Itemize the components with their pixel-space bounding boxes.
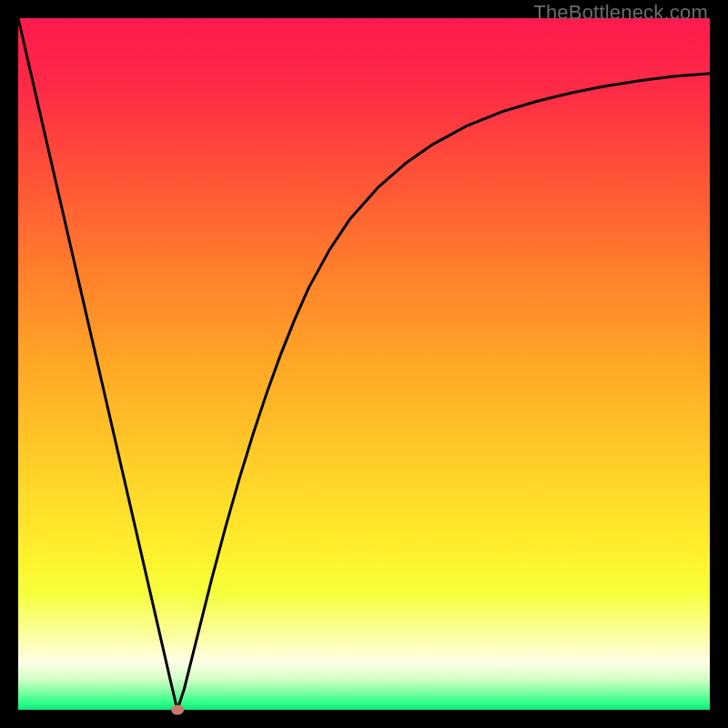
bottleneck-plot — [18, 18, 710, 710]
plot-frame — [18, 18, 710, 710]
gradient-background — [18, 18, 710, 710]
